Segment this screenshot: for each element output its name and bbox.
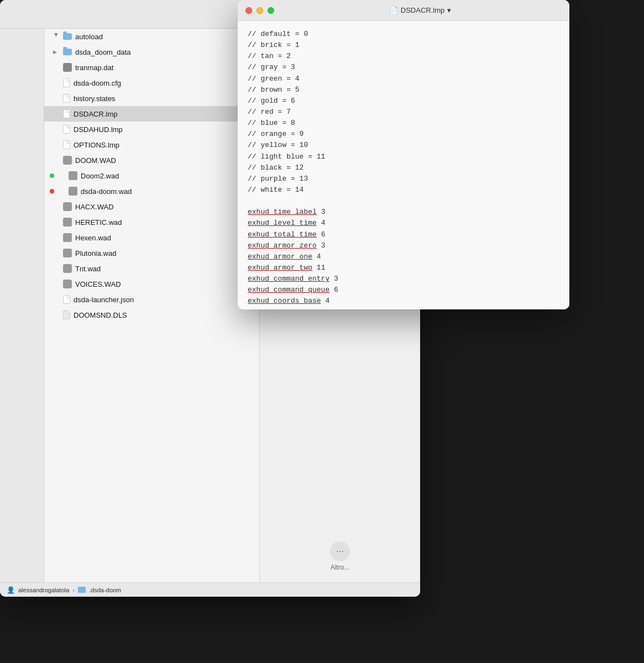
doc-icon <box>63 295 70 304</box>
editor-filename: DSDACR.lmp <box>401 6 444 14</box>
file-name: HACX.WAD <box>75 203 255 211</box>
code-line: // white = 14 <box>248 185 559 196</box>
code-line: exhud_armor_two 11 <box>248 262 559 273</box>
file-name: DOOM.WAD <box>75 156 247 165</box>
altro-button[interactable]: ··· <box>330 541 350 561</box>
minimize-button[interactable] <box>256 7 263 14</box>
list-item[interactable]: OPTIONS.lmp <box>44 137 259 152</box>
list-item[interactable]: ▶ autoload › <box>44 29 259 44</box>
code-line: // gold = 6 <box>248 96 559 107</box>
file-icon: 📄 <box>389 6 398 14</box>
code-line: exhud_level_time 4 <box>248 218 559 229</box>
list-item[interactable]: history.states <box>44 91 259 106</box>
code-line: // brown = 5 <box>248 85 559 96</box>
list-item[interactable]: HERETIC.wad <box>44 214 259 230</box>
file-name: dsda-launcher.json <box>74 296 255 304</box>
code-line: exhud_command_entry 3 <box>248 273 559 285</box>
doc-icon <box>63 78 70 87</box>
expand-arrow-icon: ▶ <box>53 49 60 55</box>
file-name: HERETIC.wad <box>75 218 255 227</box>
wad-icon <box>63 202 72 211</box>
doc-icon <box>63 125 70 134</box>
code-line: // green = 4 <box>248 73 559 85</box>
list-item[interactable]: DOOMSND.DLS <box>44 307 259 323</box>
breadcrumb-user: alessandrogalatola <box>18 587 69 593</box>
code-line: // light blue = 11 <box>248 151 559 162</box>
list-item[interactable]: tranmap.dat <box>44 60 259 75</box>
file-name: history.states <box>74 94 255 103</box>
list-item[interactable]: Plutonia.wad <box>44 245 259 261</box>
code-line: exhud_armor_zero 3 <box>248 240 559 251</box>
file-name: DOOMSND.DLS <box>74 311 255 319</box>
folder-icon <box>63 49 72 55</box>
red-dot-icon <box>50 189 54 193</box>
wad-icon <box>63 218 72 227</box>
code-line: // black = 12 <box>248 162 559 173</box>
altro-section: ··· Altro... <box>260 525 420 582</box>
list-item[interactable]: DOOM.WAD <box>44 152 259 168</box>
wad-icon <box>63 233 72 242</box>
file-list: ▶ autoload › ▶ dsda_doom_data › tranmap.… <box>44 29 260 582</box>
code-line: exhud_command_queue 6 <box>248 285 559 296</box>
file-name: Tnt.wad <box>75 265 247 273</box>
file-name: OPTIONS.lmp <box>74 141 255 149</box>
dropdown-icon[interactable]: ▾ <box>447 6 451 14</box>
file-name: Hexen.wad <box>75 234 255 242</box>
code-line: // yellow = 10 <box>248 140 559 151</box>
breadcrumb-folder: .dsda-doom <box>89 587 121 593</box>
wad-icon <box>69 171 77 180</box>
file-name: dsda-doom.wad <box>81 187 247 196</box>
text-editor-window: 📄 DSDACR.lmp ▾ // default = 0// brick = … <box>238 0 569 309</box>
breadcrumb-separator: › <box>72 587 75 593</box>
wad-icon <box>63 63 72 72</box>
list-item[interactable]: Tnt.wad <box>44 261 259 276</box>
code-line: exhud_time_label 3 <box>248 207 559 218</box>
finder-sidebar <box>0 29 44 582</box>
list-item[interactable]: Hexen.wad <box>44 230 259 245</box>
code-line: exhud_armor_one 4 <box>248 251 559 262</box>
code-line: exhud_coords_mf50 3 <box>248 307 559 309</box>
doc-icon <box>63 140 70 149</box>
list-item[interactable]: DSDACR.lmp <box>44 106 259 122</box>
code-line: exhud_total_time 6 <box>248 229 559 240</box>
file-name: VOICES.WAD <box>75 280 255 288</box>
file-name: DSDAHUD.lmp <box>74 125 255 134</box>
list-item[interactable]: DSDAHUD.lmp <box>44 122 259 137</box>
code-line: // default = 0 <box>248 29 559 40</box>
list-item[interactable]: HACX.WAD <box>44 199 259 214</box>
wad-icon <box>63 249 72 257</box>
wad-icon <box>63 156 72 165</box>
code-line: exhud_coords_base 4 <box>248 296 559 307</box>
code-line: // gray = 3 <box>248 62 559 73</box>
list-item[interactable]: dsda-doom.cfg <box>44 75 259 91</box>
list-item[interactable]: ▶ dsda_doom_data › <box>44 44 259 60</box>
code-line: // purple = 13 <box>248 173 559 185</box>
editor-title: 📄 DSDACR.lmp ▾ <box>279 6 562 14</box>
breadcrumb-user-icon: 👤 <box>7 586 15 594</box>
list-item[interactable]: dsda-doom.wad <box>44 183 259 199</box>
code-line <box>248 196 559 207</box>
file-name: autoload <box>75 33 250 41</box>
code-line: // blue = 8 <box>248 118 559 129</box>
list-item[interactable]: VOICES.WAD <box>44 276 259 292</box>
editor-body: // default = 0// brick = 1// tan = 2// g… <box>238 21 569 309</box>
finder-breadcrumb: 👤 alessandrogalatola › .dsda-doom <box>0 582 420 597</box>
folder-icon <box>63 33 72 40</box>
doc-icon <box>63 109 70 118</box>
file-name: dsda_doom_data <box>75 48 250 56</box>
close-button[interactable] <box>245 7 252 14</box>
breadcrumb-folder-icon <box>78 587 86 593</box>
file-name: Plutonia.wad <box>75 249 247 257</box>
code-line: // brick = 1 <box>248 40 559 51</box>
wad-icon <box>69 187 77 196</box>
editor-titlebar: 📄 DSDACR.lmp ▾ <box>238 0 569 21</box>
ellipsis-icon: ··· <box>336 546 343 556</box>
list-item[interactable]: Doom2.wad <box>44 168 259 183</box>
file-name: DSDACR.lmp <box>74 110 255 118</box>
expand-arrow-icon: ▶ <box>54 33 59 40</box>
file-name: dsda-doom.cfg <box>74 79 255 87</box>
wad-icon <box>63 264 72 273</box>
list-item[interactable]: dsda-launcher.json <box>44 292 259 307</box>
fullscreen-button[interactable] <box>268 7 274 14</box>
file-name: Doom2.wad <box>81 172 247 180</box>
